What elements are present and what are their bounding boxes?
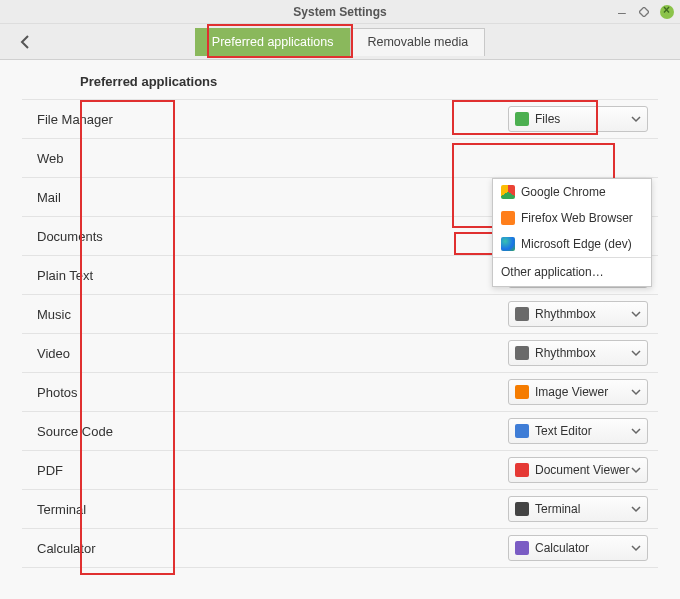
app-selector[interactable]: Rhythmbox xyxy=(508,301,648,327)
row-label: Documents xyxy=(32,229,212,244)
app-selector-value: Terminal xyxy=(535,502,631,516)
calculator-icon xyxy=(515,541,529,555)
row-label: Terminal xyxy=(32,502,212,517)
row-label: PDF xyxy=(32,463,212,478)
text-editor-icon xyxy=(515,424,529,438)
app-selector-value: Rhythmbox xyxy=(535,346,631,360)
settings-row: PDFDocument Viewer xyxy=(22,451,658,490)
row-label: Calculator xyxy=(32,541,212,556)
settings-row: Source CodeText Editor xyxy=(22,412,658,451)
dropdown-item[interactable]: Firefox Web Browser xyxy=(493,205,651,231)
row-label: Web xyxy=(32,151,212,166)
dropdown-item[interactable]: Microsoft Edge (dev) xyxy=(493,231,651,257)
app-selector[interactable]: Image Viewer xyxy=(508,379,648,405)
music-icon xyxy=(515,307,529,321)
settings-row: MusicRhythmbox xyxy=(22,295,658,334)
folder-icon xyxy=(515,112,529,126)
settings-row: PhotosImage Viewer xyxy=(22,373,658,412)
chevron-down-icon xyxy=(631,504,641,514)
document-viewer-icon xyxy=(515,463,529,477)
section-title: Preferred applications xyxy=(22,74,658,89)
app-selector-value: Rhythmbox xyxy=(535,307,631,321)
app-selector-value: Text Editor xyxy=(535,424,631,438)
dropdown-item[interactable]: Google Chrome xyxy=(493,179,651,205)
app-selector[interactable]: Rhythmbox xyxy=(508,340,648,366)
dropdown-item-label: Other application… xyxy=(501,265,604,279)
tab-preferred-applications[interactable]: Preferred applications xyxy=(195,28,351,56)
row-label: Mail xyxy=(32,190,212,205)
window-title: System Settings xyxy=(293,5,386,19)
content: Preferred applications File ManagerFiles… xyxy=(0,60,680,588)
dropdown-item-other[interactable]: Other application… xyxy=(493,258,651,286)
tabs-area: Preferred applications Removable media xyxy=(0,24,680,60)
dropdown-item-label: Firefox Web Browser xyxy=(521,211,633,225)
tab-removable-media[interactable]: Removable media xyxy=(350,28,485,56)
settings-row: Web xyxy=(22,139,658,178)
dropdown-item-label: Microsoft Edge (dev) xyxy=(521,237,632,251)
title-bar: System Settings xyxy=(0,0,680,24)
app-selector[interactable]: Terminal xyxy=(508,496,648,522)
music-icon xyxy=(515,346,529,360)
chevron-down-icon xyxy=(631,465,641,475)
image-viewer-icon xyxy=(515,385,529,399)
tab-label: Removable media xyxy=(367,35,468,49)
app-selector-value: Image Viewer xyxy=(535,385,631,399)
chevron-down-icon xyxy=(631,387,641,397)
chevron-down-icon xyxy=(631,114,641,124)
chevron-down-icon xyxy=(631,426,641,436)
row-label: Video xyxy=(32,346,212,361)
app-selector-value: Document Viewer xyxy=(535,463,631,477)
close-button[interactable] xyxy=(660,5,674,19)
browser-icon xyxy=(501,185,515,199)
app-selector[interactable]: Document Viewer xyxy=(508,457,648,483)
dropdown-item-label: Google Chrome xyxy=(521,185,606,199)
chevron-down-icon xyxy=(631,309,641,319)
row-label: Plain Text xyxy=(32,268,212,283)
app-selector-value: Files xyxy=(535,112,631,126)
row-label: Photos xyxy=(32,385,212,400)
app-selector[interactable]: Calculator xyxy=(508,535,648,561)
browser-icon xyxy=(501,237,515,251)
minimize-button[interactable] xyxy=(616,6,628,18)
terminal-icon xyxy=(515,502,529,516)
settings-row: CalculatorCalculator xyxy=(22,529,658,568)
settings-row: VideoRhythmbox xyxy=(22,334,658,373)
settings-rows: File ManagerFilesWebMailDocumentsPlain T… xyxy=(22,99,658,568)
chevron-down-icon xyxy=(631,543,641,553)
app-selector[interactable]: Files xyxy=(508,106,648,132)
window-controls xyxy=(616,0,674,24)
chevron-down-icon xyxy=(631,348,641,358)
back-button[interactable] xyxy=(14,30,38,54)
row-label: File Manager xyxy=(32,112,212,127)
row-label: Source Code xyxy=(32,424,212,439)
browser-icon xyxy=(501,211,515,225)
tabs: Preferred applications Removable media xyxy=(195,28,485,56)
tab-label: Preferred applications xyxy=(212,35,334,49)
web-dropdown: Google ChromeFirefox Web BrowserMicrosof… xyxy=(492,178,652,287)
maximize-button[interactable] xyxy=(638,6,650,18)
settings-row: File ManagerFiles xyxy=(22,100,658,139)
app-selector-value: Calculator xyxy=(535,541,631,555)
settings-row: TerminalTerminal xyxy=(22,490,658,529)
row-label: Music xyxy=(32,307,212,322)
app-selector[interactable]: Text Editor xyxy=(508,418,648,444)
